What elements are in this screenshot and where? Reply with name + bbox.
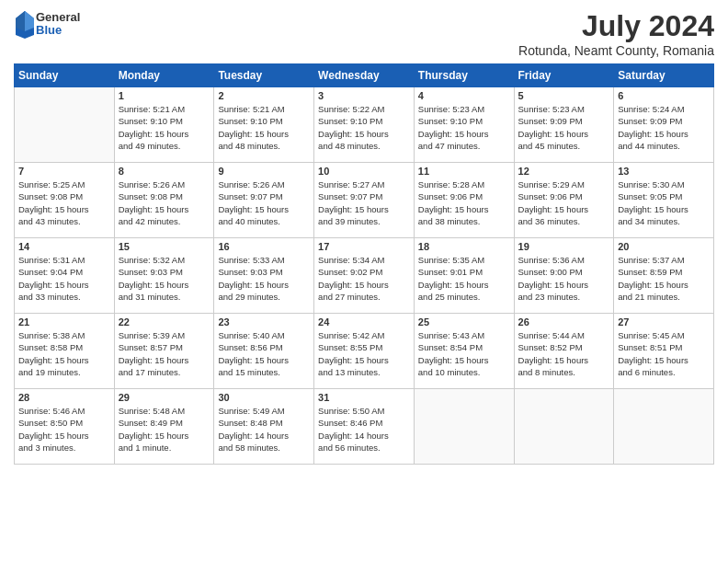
table-row: 22Sunrise: 5:39 AM Sunset: 8:57 PM Dayli… <box>114 314 214 389</box>
day-number: 9 <box>218 166 310 177</box>
logo-general: General <box>36 11 80 24</box>
table-row: 13Sunrise: 5:30 AM Sunset: 9:05 PM Dayli… <box>614 163 714 238</box>
table-row <box>414 389 514 465</box>
day-info: Sunrise: 5:30 AM Sunset: 9:05 PM Dayligh… <box>618 178 710 227</box>
day-number: 21 <box>18 316 110 327</box>
table-row: 1Sunrise: 5:21 AM Sunset: 9:10 PM Daylig… <box>114 87 214 163</box>
calendar-week-1: 1Sunrise: 5:21 AM Sunset: 9:10 PM Daylig… <box>15 87 714 163</box>
table-row: 5Sunrise: 5:23 AM Sunset: 9:09 PM Daylig… <box>514 87 614 163</box>
day-info: Sunrise: 5:37 AM Sunset: 8:59 PM Dayligh… <box>618 254 710 303</box>
day-number: 30 <box>218 392 310 403</box>
day-number: 18 <box>418 241 510 252</box>
table-row: 25Sunrise: 5:43 AM Sunset: 8:54 PM Dayli… <box>414 314 514 389</box>
header: General Blue July 2024 Rotunda, Neamt Co… <box>14 9 714 58</box>
calendar-week-4: 21Sunrise: 5:38 AM Sunset: 8:58 PM Dayli… <box>15 314 714 389</box>
day-info: Sunrise: 5:24 AM Sunset: 9:09 PM Dayligh… <box>618 103 710 152</box>
day-info: Sunrise: 5:50 AM Sunset: 8:46 PM Dayligh… <box>318 405 410 454</box>
table-row: 19Sunrise: 5:36 AM Sunset: 9:00 PM Dayli… <box>514 238 614 314</box>
day-number: 11 <box>418 166 510 177</box>
table-row: 18Sunrise: 5:35 AM Sunset: 9:01 PM Dayli… <box>414 238 514 314</box>
day-number: 26 <box>518 316 610 327</box>
title-area: July 2024 Rotunda, Neamt County, Romania <box>518 9 714 58</box>
day-info: Sunrise: 5:42 AM Sunset: 8:55 PM Dayligh… <box>318 329 410 378</box>
day-number: 31 <box>318 392 410 403</box>
day-info: Sunrise: 5:45 AM Sunset: 8:51 PM Dayligh… <box>618 329 710 378</box>
table-row: 20Sunrise: 5:37 AM Sunset: 8:59 PM Dayli… <box>614 238 714 314</box>
day-info: Sunrise: 5:21 AM Sunset: 9:10 PM Dayligh… <box>218 103 310 152</box>
table-row: 4Sunrise: 5:23 AM Sunset: 9:10 PM Daylig… <box>414 87 514 163</box>
day-info: Sunrise: 5:48 AM Sunset: 8:49 PM Dayligh… <box>119 405 210 454</box>
day-number: 24 <box>318 316 410 327</box>
table-row <box>15 87 115 163</box>
logo-text: General Blue <box>36 11 80 38</box>
day-number: 15 <box>119 241 210 252</box>
calendar-week-2: 7Sunrise: 5:25 AM Sunset: 9:08 PM Daylig… <box>15 163 714 238</box>
day-info: Sunrise: 5:46 AM Sunset: 8:50 PM Dayligh… <box>18 405 110 454</box>
day-number: 7 <box>18 166 110 177</box>
day-info: Sunrise: 5:43 AM Sunset: 8:54 PM Dayligh… <box>418 329 510 378</box>
day-number: 13 <box>618 166 710 177</box>
day-info: Sunrise: 5:26 AM Sunset: 9:07 PM Dayligh… <box>218 178 310 227</box>
table-row: 2Sunrise: 5:21 AM Sunset: 9:10 PM Daylig… <box>214 87 314 163</box>
day-info: Sunrise: 5:21 AM Sunset: 9:10 PM Dayligh… <box>119 103 210 152</box>
day-info: Sunrise: 5:34 AM Sunset: 9:02 PM Dayligh… <box>318 254 410 303</box>
day-info: Sunrise: 5:26 AM Sunset: 9:08 PM Dayligh… <box>119 178 210 227</box>
day-info: Sunrise: 5:23 AM Sunset: 9:09 PM Dayligh… <box>518 103 610 152</box>
table-row: 29Sunrise: 5:48 AM Sunset: 8:49 PM Dayli… <box>114 389 214 465</box>
day-number: 20 <box>618 241 710 252</box>
day-number: 6 <box>618 90 710 101</box>
table-row: 23Sunrise: 5:40 AM Sunset: 8:56 PM Dayli… <box>214 314 314 389</box>
day-number: 2 <box>218 90 310 101</box>
table-row: 8Sunrise: 5:26 AM Sunset: 9:08 PM Daylig… <box>114 163 214 238</box>
table-row: 24Sunrise: 5:42 AM Sunset: 8:55 PM Dayli… <box>314 314 415 389</box>
table-row: 3Sunrise: 5:22 AM Sunset: 9:10 PM Daylig… <box>314 87 415 163</box>
day-number: 12 <box>518 166 610 177</box>
table-row: 11Sunrise: 5:28 AM Sunset: 9:06 PM Dayli… <box>414 163 514 238</box>
calendar-week-5: 28Sunrise: 5:46 AM Sunset: 8:50 PM Dayli… <box>15 389 714 465</box>
logo-icon <box>14 9 36 39</box>
day-number: 23 <box>218 316 310 327</box>
col-friday: Friday <box>514 64 614 87</box>
day-info: Sunrise: 5:33 AM Sunset: 9:03 PM Dayligh… <box>218 254 310 303</box>
day-info: Sunrise: 5:32 AM Sunset: 9:03 PM Dayligh… <box>119 254 210 303</box>
col-thursday: Thursday <box>414 64 514 87</box>
logo-blue: Blue <box>36 24 80 37</box>
day-info: Sunrise: 5:49 AM Sunset: 8:48 PM Dayligh… <box>218 405 310 454</box>
day-number: 28 <box>18 392 110 403</box>
day-number: 14 <box>18 241 110 252</box>
table-row: 28Sunrise: 5:46 AM Sunset: 8:50 PM Dayli… <box>15 389 115 465</box>
day-info: Sunrise: 5:38 AM Sunset: 8:58 PM Dayligh… <box>18 329 110 378</box>
day-info: Sunrise: 5:28 AM Sunset: 9:06 PM Dayligh… <box>418 178 510 227</box>
subtitle: Rotunda, Neamt County, Romania <box>518 43 714 58</box>
table-row: 15Sunrise: 5:32 AM Sunset: 9:03 PM Dayli… <box>114 238 214 314</box>
table-row: 9Sunrise: 5:26 AM Sunset: 9:07 PM Daylig… <box>214 163 314 238</box>
logo: General Blue <box>14 9 80 39</box>
day-info: Sunrise: 5:40 AM Sunset: 8:56 PM Dayligh… <box>218 329 310 378</box>
day-info: Sunrise: 5:25 AM Sunset: 9:08 PM Dayligh… <box>18 178 110 227</box>
table-row: 26Sunrise: 5:44 AM Sunset: 8:52 PM Dayli… <box>514 314 614 389</box>
table-row: 12Sunrise: 5:29 AM Sunset: 9:06 PM Dayli… <box>514 163 614 238</box>
day-number: 5 <box>518 90 610 101</box>
col-wednesday: Wednesday <box>314 64 415 87</box>
table-row: 30Sunrise: 5:49 AM Sunset: 8:48 PM Dayli… <box>214 389 314 465</box>
day-number: 27 <box>618 316 710 327</box>
day-number: 4 <box>418 90 510 101</box>
table-row: 14Sunrise: 5:31 AM Sunset: 9:04 PM Dayli… <box>15 238 115 314</box>
day-number: 17 <box>318 241 410 252</box>
table-row: 16Sunrise: 5:33 AM Sunset: 9:03 PM Dayli… <box>214 238 314 314</box>
calendar-header: Sunday Monday Tuesday Wednesday Thursday… <box>15 64 714 87</box>
day-number: 8 <box>119 166 210 177</box>
day-info: Sunrise: 5:44 AM Sunset: 8:52 PM Dayligh… <box>518 329 610 378</box>
day-info: Sunrise: 5:31 AM Sunset: 9:04 PM Dayligh… <box>18 254 110 303</box>
day-info: Sunrise: 5:39 AM Sunset: 8:57 PM Dayligh… <box>119 329 210 378</box>
table-row: 6Sunrise: 5:24 AM Sunset: 9:09 PM Daylig… <box>614 87 714 163</box>
day-number: 3 <box>318 90 410 101</box>
table-row <box>514 389 614 465</box>
col-monday: Monday <box>114 64 214 87</box>
page: General Blue July 2024 Rotunda, Neamt Co… <box>0 0 728 563</box>
day-info: Sunrise: 5:29 AM Sunset: 9:06 PM Dayligh… <box>518 178 610 227</box>
calendar: Sunday Monday Tuesday Wednesday Thursday… <box>14 63 714 465</box>
table-row: 10Sunrise: 5:27 AM Sunset: 9:07 PM Dayli… <box>314 163 415 238</box>
day-info: Sunrise: 5:22 AM Sunset: 9:10 PM Dayligh… <box>318 103 410 152</box>
day-number: 22 <box>119 316 210 327</box>
